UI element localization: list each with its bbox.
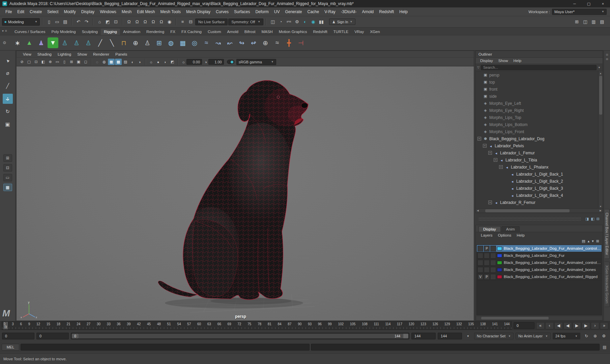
layer-playback-toggle[interactable] <box>484 260 490 266</box>
scale-tool[interactable]: ▣ <box>3 119 13 129</box>
menu-item[interactable]: Edit Mesh <box>134 9 157 14</box>
film-gate-icon[interactable]: ▭ <box>54 59 61 65</box>
construction-history-icon[interactable]: ≡ <box>179 18 186 26</box>
select-by-object-icon[interactable]: ◩ <box>104 18 112 26</box>
minimize-button[interactable]: ─ <box>568 0 582 7</box>
outliner-item[interactable]: side <box>476 93 598 100</box>
outliner-item[interactable]: Morphs_Lips_Bottom <box>476 121 598 128</box>
shelf-tab-menu-icon[interactable]: ▾ <box>2 29 4 33</box>
command-language-button[interactable]: MEL <box>2 344 19 351</box>
hypershade-icon[interactable]: ◐ <box>301 18 309 26</box>
select-tool[interactable]: ▲ <box>3 55 13 65</box>
scroll-right-icon[interactable]: ▶ <box>599 209 603 213</box>
sculpt-deformer-icon[interactable]: ↬ <box>236 37 247 48</box>
edit-membership-icon[interactable]: ⊕ <box>130 37 141 48</box>
step-back-frame-button[interactable]: ◀ <box>554 322 563 329</box>
component-editor-icon[interactable]: ♙ <box>142 37 153 48</box>
step-back-key-button[interactable]: ‹ <box>545 322 554 329</box>
copy-skin-weights-icon[interactable]: ⊓ <box>118 37 129 48</box>
paint-skin-weights-icon[interactable]: ╱ <box>95 37 106 48</box>
expand-toggle-icon[interactable] <box>488 151 492 155</box>
restore-button[interactable]: ▢ <box>582 0 596 7</box>
outliner-menu-item[interactable]: Display <box>478 59 495 63</box>
menu-item[interactable]: Modify <box>61 9 78 14</box>
shelf-tab[interactable]: Bifrost <box>241 29 259 35</box>
layer-color-swatch[interactable] <box>497 247 502 250</box>
lasso-tool[interactable]: ⌀ <box>3 68 13 78</box>
range-slider[interactable]: 0 144 <box>71 333 409 339</box>
auto-keyframe-icon[interactable]: ⊛ <box>591 333 599 339</box>
layer-visibility-toggle[interactable] <box>477 253 483 259</box>
viewport-canvas[interactable]: y x z persp <box>17 66 474 321</box>
cluster-icon[interactable]: ◎ <box>189 37 200 48</box>
layer-editor-menu-item[interactable]: Help <box>514 233 527 237</box>
tab-channel-box-layer-editor[interactable]: Channel Box / Layer Editor <box>605 209 610 259</box>
menu-item[interactable]: Edit <box>14 9 27 14</box>
tab-xgen[interactable]: XGen Interactive Groom <box>605 262 610 307</box>
three-pane-view-icon[interactable]: ▥ <box>590 18 598 26</box>
move-tool[interactable] <box>3 94 13 104</box>
panel-menu-item[interactable]: Shading <box>34 52 55 56</box>
parent-constraint-icon[interactable]: ♙ <box>59 37 70 48</box>
gamma-icon[interactable]: ◑ <box>205 60 207 64</box>
menu-item[interactable]: Help <box>397 9 410 14</box>
shelf-tab[interactable]: Poly Modeling <box>48 29 79 35</box>
orient-constraint-icon[interactable]: ♙ <box>83 37 94 48</box>
chevron-down-icon[interactable]: ▼ <box>598 66 601 69</box>
shrink-wrap-icon[interactable]: ↜ <box>225 37 235 48</box>
dog-model[interactable] <box>150 70 318 313</box>
shelf-tab[interactable]: Redshift <box>310 29 330 35</box>
layer-display-type-toggle[interactable] <box>490 274 496 280</box>
layer-color-swatch[interactable] <box>497 268 502 272</box>
layer-display-type-toggle[interactable] <box>490 267 496 273</box>
expand-toggle-icon[interactable] <box>477 137 481 141</box>
playback-start-field[interactable]: 0 <box>36 333 69 339</box>
mirror-skin-weights-icon[interactable]: ╲ <box>107 37 117 48</box>
lattice-sphere-icon[interactable]: ◍ <box>166 37 176 48</box>
fps-dropdown[interactable]: 24 fps ▼ <box>553 333 580 339</box>
dock-icon-1[interactable]: ⊡ <box>606 53 608 56</box>
select-by-component-icon[interactable]: ⊡ <box>112 18 120 26</box>
layer-playback-toggle[interactable] <box>484 267 490 273</box>
layer-color-swatch[interactable] <box>497 254 502 257</box>
go-to-end-button[interactable]: » <box>600 322 608 329</box>
display-layer-row[interactable]: Black_Begging_Labrador_Dog_Fur_Animated_… <box>477 266 602 273</box>
wireframe-icon[interactable]: ◌ <box>94 59 100 65</box>
shelf-tab[interactable]: FX Caching <box>178 29 205 35</box>
menu-item[interactable]: Display <box>79 9 97 14</box>
outliner-item[interactable]: Labrador_L_Digit_Back_2 <box>476 178 598 185</box>
workspace-dropdown[interactable]: Maya User* ▼ <box>552 9 607 15</box>
character-set-dropdown[interactable]: No Character Set ▼ <box>474 333 514 339</box>
new-scene-icon[interactable]: ▯ <box>45 18 53 26</box>
wire-tool-icon[interactable]: ↝ <box>213 37 224 48</box>
menu-item[interactable]: Windows <box>97 9 119 14</box>
four-pane-layout-button[interactable]: ▦ <box>3 184 12 191</box>
expand-toggle-icon[interactable] <box>483 144 487 148</box>
outliner-item[interactable]: Labrador_L_Digit_Back_1 <box>476 171 598 178</box>
split-panel-icon[interactable]: ⊟ <box>597 217 600 221</box>
pose-interpolator-icon[interactable]: ⊕ <box>260 37 271 48</box>
four-pane-view-icon[interactable]: ▤ <box>598 18 606 26</box>
splitter-grip[interactable] <box>479 218 581 220</box>
outliner-item[interactable]: Labrador_L_Femur <box>476 149 598 156</box>
render-current-frame-icon[interactable]: ◔ <box>277 18 285 26</box>
menu-item[interactable]: Create <box>27 9 45 14</box>
layer-editor-menu-item[interactable]: Options <box>496 233 514 237</box>
outliner-horizontal-scrollbar[interactable]: ◀ ▶ <box>476 208 603 213</box>
snap-to-grid-icon[interactable]: Ω <box>125 18 133 26</box>
mirror-joint-icon[interactable]: ╋ <box>284 37 294 48</box>
ik-handle-icon[interactable]: ♟ <box>36 37 47 48</box>
joint-xray-icon[interactable]: ◑ <box>136 59 143 65</box>
textured-icon[interactable]: ▩ <box>115 59 122 65</box>
colorspace-dropdown[interactable]: sRGB gamma ▼ <box>236 59 276 65</box>
snap-to-curve-icon[interactable]: Ω <box>133 18 141 26</box>
shelf-tab[interactable]: Rendering <box>143 29 167 35</box>
go-to-start-button[interactable]: « <box>536 322 545 329</box>
outliner-vertical-scrollbar[interactable]: ▲ ▼ <box>598 71 603 208</box>
search-input[interactable]: Search... <box>481 65 597 70</box>
curve-warp-icon[interactable]: ≈ <box>201 37 212 48</box>
scrollbar-thumb[interactable] <box>599 76 602 115</box>
paint-select-tool[interactable]: ╱ <box>3 81 13 91</box>
menu-item[interactable]: Generate <box>282 9 304 14</box>
anim-layer-dropdown[interactable]: No Anim Layer ▼ <box>516 333 551 339</box>
